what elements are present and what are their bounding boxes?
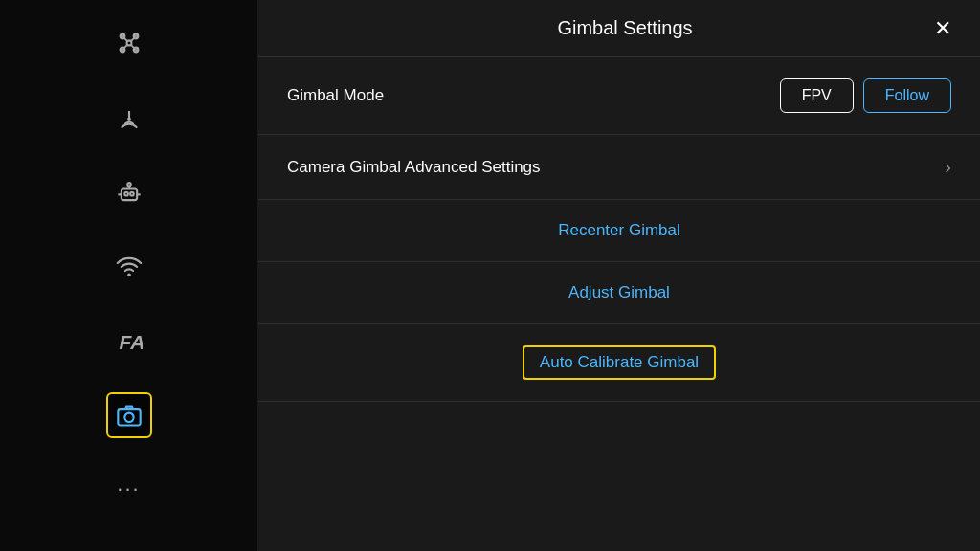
- drone-icon: [116, 30, 143, 56]
- svg-point-22: [127, 273, 131, 276]
- robot-icon: [116, 179, 143, 206]
- panel-header: Gimbal Settings ✕: [258, 0, 980, 57]
- svg-line-7: [131, 45, 134, 48]
- adjust-button[interactable]: Adjust Gimbal: [568, 283, 670, 302]
- panel-title: Gimbal Settings: [316, 17, 934, 39]
- sidebar-item-camera[interactable]: [106, 392, 152, 438]
- calibrate-container: Auto Calibrate Gimbal: [258, 324, 980, 402]
- svg-point-25: [124, 413, 133, 422]
- svg-rect-16: [124, 192, 128, 196]
- mode-buttons: FPV Follow: [780, 78, 951, 113]
- svg-line-4: [123, 38, 126, 41]
- calibrate-row: Auto Calibrate Gimbal: [258, 324, 980, 401]
- main-panel: Gimbal Settings ✕ Gimbal Mode FPV Follow…: [258, 0, 980, 551]
- sidebar-item-signal[interactable]: [105, 94, 153, 142]
- sidebar-item-text[interactable]: FA: [105, 318, 153, 365]
- sidebar-item-wifi[interactable]: [105, 243, 153, 291]
- svg-rect-17: [130, 192, 134, 196]
- svg-line-5: [131, 38, 134, 41]
- more-dots-icon: ···: [117, 476, 140, 501]
- fpv-button[interactable]: FPV: [780, 78, 854, 113]
- svg-point-19: [127, 183, 131, 187]
- font-icon: FA: [116, 328, 143, 355]
- wifi-icon: [116, 253, 143, 280]
- follow-button[interactable]: Follow: [863, 78, 951, 113]
- sidebar-item-more[interactable]: ···: [105, 465, 153, 513]
- recenter-button[interactable]: Recenter Gimbal: [558, 221, 680, 240]
- svg-rect-8: [126, 41, 131, 46]
- sidebar-item-robot[interactable]: [105, 168, 153, 216]
- svg-line-6: [123, 45, 126, 48]
- calibrate-button[interactable]: Auto Calibrate Gimbal: [523, 345, 716, 380]
- sidebar-item-drone[interactable]: [105, 19, 153, 67]
- svg-text:FA: FA: [119, 331, 143, 353]
- recenter-row: Recenter Gimbal: [258, 200, 980, 262]
- sidebar: FA ···: [0, 0, 258, 551]
- adjust-row: Adjust Gimbal: [258, 262, 980, 324]
- advanced-settings-label: Camera Gimbal Advanced Settings: [287, 158, 541, 177]
- chevron-right-icon: ›: [945, 156, 951, 178]
- camera-icon: [116, 402, 143, 429]
- gimbal-mode-row: Gimbal Mode FPV Follow: [258, 57, 980, 135]
- gimbal-mode-label: Gimbal Mode: [287, 86, 384, 105]
- close-button[interactable]: ✕: [934, 18, 951, 39]
- panel-content: Gimbal Mode FPV Follow Camera Gimbal Adv…: [258, 57, 980, 551]
- broadcast-icon: [116, 104, 143, 131]
- advanced-settings-row[interactable]: Camera Gimbal Advanced Settings ›: [258, 135, 980, 200]
